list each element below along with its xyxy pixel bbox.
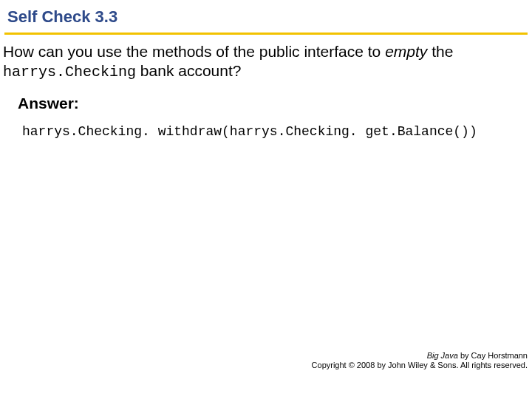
footer-copyright: Copyright © 2008 by John Wiley & Sons. A… (312, 361, 528, 371)
footer-byline: by Cay Horstmann (458, 351, 528, 360)
answer-code: harrys.Checking. withdraw(harrys.Checkin… (18, 124, 528, 139)
footer-book: Big Java (427, 351, 458, 360)
answer-label: Answer: (18, 95, 528, 112)
title-rule (4, 33, 528, 35)
slide-title: Self Check 3.3 (4, 6, 528, 31)
footer-line1: Big Java by Cay Horstmann (312, 351, 528, 361)
question-code: harrys.Checking (3, 64, 136, 81)
footer: Big Java by Cay Horstmann Copyright © 20… (312, 351, 528, 372)
question-part2: the (427, 43, 453, 60)
question-part3: bank account? (136, 62, 241, 79)
answer-block: Answer: harrys.Checking. withdraw(harrys… (4, 95, 528, 139)
question-text: How can you use the methods of the publi… (3, 42, 528, 81)
question-part1: How can you use the methods of the publi… (3, 43, 385, 60)
question-emphasis: empty (385, 43, 427, 60)
slide: Self Check 3.3 How can you use the metho… (0, 0, 532, 399)
